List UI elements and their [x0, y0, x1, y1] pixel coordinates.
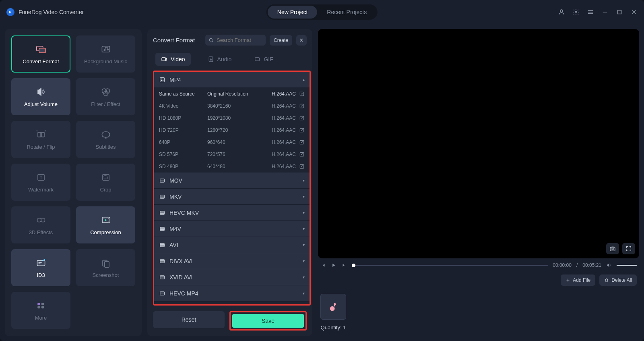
plus-icon: [566, 278, 570, 283]
format-panel: Convert Format Create × Video Audio: [147, 29, 312, 336]
fullscreen-button[interactable]: [622, 243, 635, 254]
create-format-button[interactable]: Create: [270, 35, 292, 46]
svg-rect-35: [41, 306, 43, 308]
tool-id3[interactable]: ID3: [11, 249, 70, 286]
minimize-icon[interactable]: [601, 8, 609, 16]
settings-icon[interactable]: [572, 8, 580, 16]
tool-rotate-flip[interactable]: Rotate / Flip: [11, 121, 70, 158]
format-preset-row[interactable]: HD 720P1280*720H.264,AAC: [154, 124, 310, 136]
format-group-hevc-mp4[interactable]: HEVC MP4▾: [154, 285, 310, 301]
tool-watermark[interactable]: TWatermark: [11, 164, 70, 201]
tool-crop[interactable]: Crop: [76, 164, 135, 201]
format-tab-audio[interactable]: Audio: [202, 53, 237, 66]
svg-rect-55: [160, 179, 165, 182]
tool-3d-effects[interactable]: 3D Effects: [11, 206, 70, 243]
time-total: 00:05:21: [582, 262, 601, 268]
tool-label: Crop: [100, 187, 111, 193]
tool-screenshot[interactable]: Screenshot: [76, 249, 135, 286]
format-list: MP4 ▴ Same as SourceOriginal ResolutionH…: [153, 71, 311, 306]
save-button[interactable]: Save: [232, 314, 304, 328]
reset-button[interactable]: Reset: [153, 311, 225, 328]
film-icon: [159, 210, 165, 216]
tool-label: Rotate / Flip: [27, 144, 55, 150]
svg-point-47: [163, 80, 163, 81]
filter-effect-icon: [99, 87, 112, 97]
svg-point-80: [612, 248, 613, 250]
film-icon: [159, 290, 165, 297]
format-preset-row[interactable]: HD 1080P1920*1080H.264,AAC: [154, 112, 310, 124]
snapshot-button[interactable]: [606, 243, 619, 254]
account-icon[interactable]: [558, 8, 565, 16]
film-icon: [159, 177, 165, 184]
volume-slider[interactable]: [617, 265, 637, 266]
tool-background-music[interactable]: Background Music: [76, 35, 135, 73]
close-icon[interactable]: [630, 8, 638, 16]
format-group-mkv[interactable]: MKV▾: [154, 189, 310, 205]
svg-point-23: [37, 218, 41, 222]
svg-point-1: [575, 11, 577, 13]
tab-new-project[interactable]: New Project: [268, 6, 317, 19]
chevron-down-icon: ▾: [303, 259, 305, 263]
format-preset-row[interactable]: Same as SourceOriginal ResolutionH.264,A…: [154, 88, 310, 100]
svg-point-46: [161, 80, 161, 81]
svg-rect-76: [160, 292, 165, 295]
format-group-mov[interactable]: MOV▾: [154, 173, 310, 189]
progress-bar[interactable]: [352, 265, 548, 266]
volume-icon[interactable]: [606, 262, 612, 268]
chevron-up-icon: ▴: [303, 77, 305, 82]
chevron-down-icon: ▾: [303, 178, 305, 183]
edit-icon[interactable]: [299, 139, 305, 145]
close-format-panel-button[interactable]: ×: [296, 35, 307, 46]
file-quantity-label: Quantity: 1: [321, 324, 346, 331]
format-preset-row[interactable]: SD 576P720*576H.264,AAC: [154, 148, 310, 160]
format-tab-video[interactable]: Video: [155, 53, 191, 66]
subtitles-icon: [99, 129, 112, 140]
edit-icon[interactable]: [299, 152, 305, 157]
format-preset-row[interactable]: 640P960*640H.264,AAC: [154, 136, 310, 148]
format-preset-row[interactable]: 4K Video3840*2160H.264,AAC: [154, 100, 310, 112]
format-group-divx-avi[interactable]: DIVX AVI▾: [154, 253, 310, 269]
tool-convert-format[interactable]: Convert Format: [11, 35, 70, 73]
format-group-avi[interactable]: AVI▾: [154, 237, 310, 253]
edit-icon[interactable]: [299, 164, 305, 169]
svg-rect-58: [160, 195, 165, 198]
format-preset-row[interactable]: SD 480P640*480H.264,AAC: [154, 160, 310, 173]
search-format-input[interactable]: [205, 35, 266, 46]
tool-label: Background Music: [84, 58, 127, 64]
edit-icon[interactable]: [299, 127, 305, 133]
maximize-icon[interactable]: [616, 8, 623, 16]
play-button[interactable]: [331, 262, 336, 268]
format-group-mp4[interactable]: MP4 ▴: [154, 72, 310, 88]
edit-icon[interactable]: [299, 115, 305, 121]
tab-recent-projects[interactable]: Recent Projects: [317, 6, 376, 19]
file-item[interactable]: Quantity: 1: [320, 294, 346, 331]
svg-rect-18: [41, 132, 44, 137]
rotate-flip-icon: [35, 129, 47, 140]
edit-icon[interactable]: [299, 103, 305, 109]
format-tab-gif[interactable]: GIF: [248, 53, 279, 66]
prev-button[interactable]: [320, 262, 326, 268]
svg-rect-73: [160, 276, 165, 279]
edit-icon[interactable]: [299, 91, 305, 97]
format-group-hevc-mkv[interactable]: HEVC MKV▾: [154, 205, 310, 221]
tool-adjust-volume[interactable]: Adjust Volume: [11, 78, 70, 115]
format-group-xvid-avi[interactable]: XVID AVI▾: [154, 269, 310, 285]
svg-point-83: [330, 306, 335, 311]
video-preview[interactable]: [318, 29, 639, 258]
format-group-m4v[interactable]: M4V▾: [154, 221, 310, 237]
chevron-down-icon: ▾: [303, 275, 305, 279]
app-title: FoneDog Video Converter: [19, 9, 84, 15]
tool-more[interactable]: More: [11, 292, 70, 329]
compression-icon: [99, 215, 112, 225]
next-button[interactable]: [341, 262, 347, 268]
tool-compression[interactable]: Compression: [76, 206, 135, 243]
gif-icon: [254, 56, 260, 62]
format-panel-title: Convert Format: [153, 37, 201, 44]
svg-point-45: [163, 79, 163, 79]
menu-icon[interactable]: [587, 8, 594, 16]
tool-subtitles[interactable]: Subtitles: [76, 121, 135, 158]
svg-rect-67: [160, 243, 165, 247]
tool-filter-effect[interactable]: Filter / Effect: [76, 78, 135, 115]
add-file-button[interactable]: Add File: [561, 274, 595, 286]
delete-all-button[interactable]: Delete All: [599, 274, 637, 286]
